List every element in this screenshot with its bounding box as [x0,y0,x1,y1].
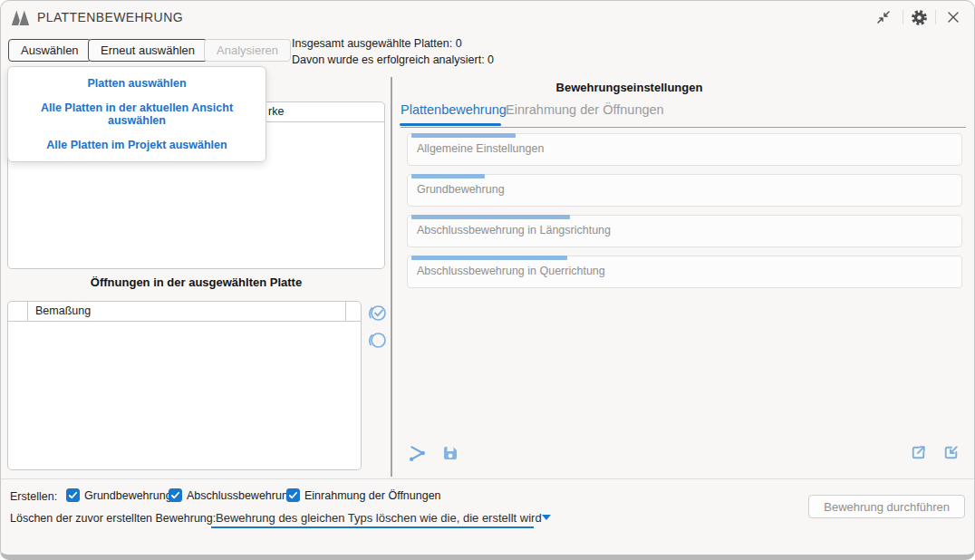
section-label: Grundbewehrung [417,183,505,196]
section-abschlussbewehrung-laengsrichtung[interactable]: Abschlussbewehrung in Längsrichtung [407,215,962,247]
select-dropdown-menu: Platten auswählen Alle Platten in der ak… [7,66,266,162]
status-total-plates: Insgesamt ausgewählte Platten: 0 [292,35,494,52]
titlebar-separator [903,10,903,24]
openings-section-title: Öffnungen in der ausgewählten Platte [7,275,385,289]
titlebar-separator [935,10,936,24]
panel-divider [391,77,392,477]
checkbox-einrahmung-der-oeffnungen[interactable] [286,488,300,502]
import-settings-icon[interactable] [940,443,961,465]
create-label: Erstellen: [10,490,57,503]
menu-item-alle-platten-aktuelle-ansicht[interactable]: Alle Platten in der aktuellen Ansicht au… [8,98,265,130]
reselect-button[interactable]: Erneut auswählen [88,39,208,62]
active-tab-underline [400,123,501,126]
plattenbewehrung-dialog: PLATTENBEWEHRUNG Auswählen Erneut auswäh… [0,0,975,560]
tab-plattenbewehrung[interactable]: Plattenbewehrung [401,102,507,117]
checkbox-grundbewehrung[interactable] [66,488,80,502]
plates-column-header-fragment: rke [268,102,284,121]
section-label: Abschlussbewehrung in Längsrichtung [417,224,611,237]
window-title: PLATTENBEWEHRUNG [37,10,183,24]
delete-type-selected-option: Bewehrung des gleichen Typs löschen wie … [216,511,542,525]
column-divider [345,302,346,322]
deselect-openings-icon[interactable] [367,330,389,352]
export-settings-icon[interactable] [907,443,929,465]
save-settings-icon[interactable] [439,443,461,465]
app-logo-icon [10,7,31,31]
section-accent-bar [411,174,485,179]
checkbox-abschlussbewehrung[interactable] [169,488,182,502]
checkbox-label: Grundbewehrung [84,489,172,502]
reinforcement-settings-title: Bewehrungseinstellungen [401,81,858,94]
section-accent-bar [411,256,567,260]
run-reinforcement-button[interactable]: Bewehrung durchführen [808,495,965,518]
menu-item-alle-platten-im-projekt[interactable]: Alle Platten im Projekt auswählen [8,135,265,155]
collapse-window-icon[interactable] [872,6,895,28]
section-allgemeine-einstellungen[interactable]: Allgemeine Einstellungen [407,133,962,166]
settings-gear-icon[interactable] [907,6,931,28]
menu-item-platten-auswaehlen[interactable]: Platten auswählen [8,73,265,93]
chevron-down-icon [542,515,551,520]
section-label: Abschlussbewehrung in Querrichtung [417,265,605,277]
status-block: Insgesamt ausgewählte Platten: 0 Davon w… [292,35,494,68]
openings-table: Bemaßung [7,301,362,470]
select-all-openings-icon[interactable] [367,303,389,324]
select-button[interactable]: Auswählen [8,39,92,62]
checkbox-label: Abschlussbewehrung [187,489,294,502]
column-divider [27,302,28,322]
delete-previous-label: Löschen der zuvor erstellten Bewehrung: [10,512,216,525]
section-abschlussbewehrung-querrichtung[interactable]: Abschlussbewehrung in Querrichtung [407,256,962,288]
close-icon[interactable] [941,6,965,28]
share-settings-icon[interactable] [407,443,429,465]
footer-separator [1,478,974,479]
checkbox-label: Einrahmung der Öffnungen [304,489,441,502]
openings-column-header: Bemaßung [35,302,91,321]
delete-type-select[interactable]: Bewehrung des gleichen Typs löschen wie … [211,508,534,528]
section-label: Allgemeine Einstellungen [417,142,544,155]
section-accent-bar [411,215,570,219]
status-analyzed-plates: Davon wurde es erfolgreich analysiert: 0 [292,52,494,68]
analyze-button: Analysieren [204,39,291,62]
openings-table-body [8,322,361,469]
tab-einrahmung-der-oeffnungen[interactable]: Einrahmung der Öffnungen [506,102,664,117]
tab-baseline [401,127,966,128]
openings-table-header: Bemaßung [8,302,361,322]
section-accent-bar [411,133,516,138]
section-grundbewehrung[interactable]: Grundbewehrung [407,174,962,207]
